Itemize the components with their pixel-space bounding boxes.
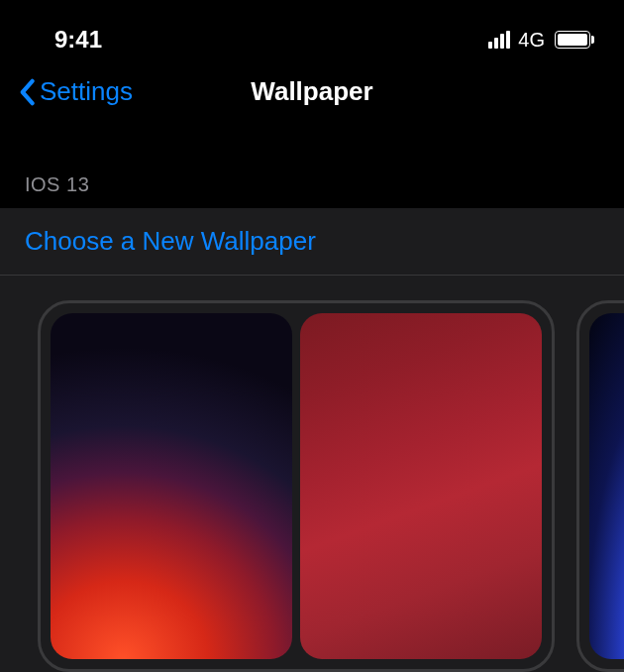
navigation-bar: Settings Wallpaper xyxy=(0,64,624,119)
cellular-signal-icon xyxy=(488,31,510,49)
section-header: IOS 13 xyxy=(0,119,624,208)
back-button[interactable]: Settings xyxy=(18,76,133,107)
network-label: 4G xyxy=(518,29,545,52)
status-bar: 9:41 4G xyxy=(0,0,624,64)
choose-wallpaper-label: Choose a New Wallpaper xyxy=(25,226,316,256)
page-title: Wallpaper xyxy=(251,76,372,107)
chevron-left-icon xyxy=(18,78,36,106)
status-time: 9:41 xyxy=(54,26,102,54)
content: IOS 13 Choose a New Wallpaper xyxy=(0,119,624,672)
wallpaper-preview-area xyxy=(0,276,624,672)
status-indicators: 4G xyxy=(488,29,594,52)
wallpaper-lock-preview xyxy=(51,313,292,659)
wallpaper-home-preview xyxy=(300,313,542,659)
wallpaper-preview-frame-next[interactable] xyxy=(576,300,624,672)
choose-wallpaper-row[interactable]: Choose a New Wallpaper xyxy=(0,208,624,276)
wallpaper-preview-frame[interactable] xyxy=(38,300,555,672)
back-label: Settings xyxy=(40,76,133,107)
battery-icon xyxy=(555,31,594,49)
wallpaper-lock-preview xyxy=(589,313,624,659)
